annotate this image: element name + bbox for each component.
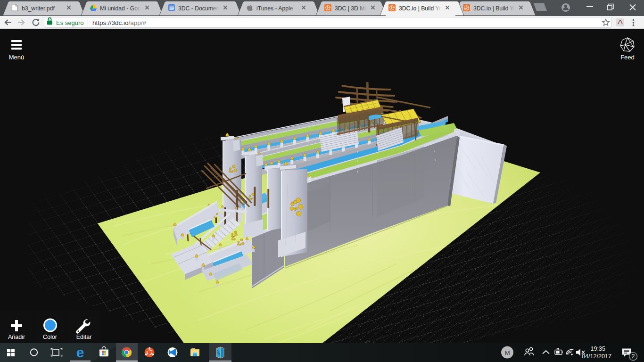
svg-text:Feed: Feed [620, 54, 635, 61]
svg-text:19:35: 19:35 [590, 346, 605, 352]
svg-text:04/12/2017: 04/12/2017 [582, 353, 611, 360]
svg-text:Añadir: Añadir [8, 334, 25, 340]
svg-text:Es seguro: Es seguro [56, 19, 84, 26]
svg-text:2: 2 [632, 353, 635, 360]
svg-text:Color: Color [43, 334, 57, 340]
svg-text:Menú: Menú [9, 54, 25, 61]
svg-text:e: e [76, 345, 84, 360]
svg-text:iTunes - Apple: iTunes - Apple [256, 5, 293, 12]
svg-text:b3_writer.pdf: b3_writer.pdf [22, 5, 55, 12]
svg-text:Editar: Editar [76, 334, 92, 340]
svg-text:M: M [504, 349, 510, 356]
svg-text:https://3dc.io/app/#: https://3dc.io/app/# [92, 19, 147, 26]
